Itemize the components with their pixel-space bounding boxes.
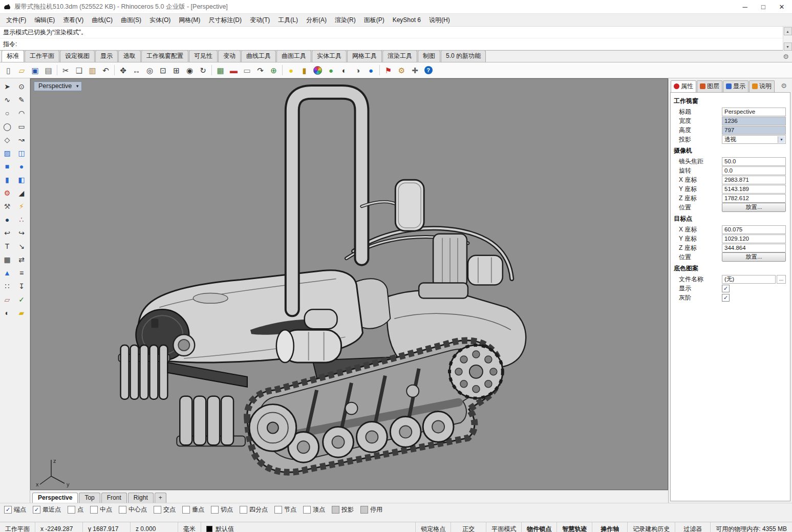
value-field[interactable]: 344.864 [722, 244, 786, 252]
paste-icon[interactable]: ▥ [86, 64, 99, 77]
array-icon[interactable]: ▦ [0, 253, 14, 266]
scale-icon[interactable]: ↘ [14, 240, 29, 253]
chevron-down-icon[interactable]: ▼ [778, 136, 785, 143]
place-button[interactable]: 放置... [722, 252, 786, 262]
freeform-icon[interactable]: ↝ [14, 133, 29, 146]
toolbar-tab[interactable]: 5.0 的新功能 [441, 50, 486, 62]
checkbox[interactable]: ✓ [722, 294, 730, 302]
cylinder-icon[interactable]: ▮ [0, 173, 14, 186]
plane-icon[interactable]: ◫ [14, 146, 29, 160]
toolbar-tab[interactable]: 曲面工具 [276, 50, 311, 62]
menu-item[interactable]: 编辑(E) [30, 14, 59, 26]
viewport-tab-top[interactable]: Top [79, 493, 100, 503]
rendered-view-icon[interactable]: ● [365, 64, 377, 77]
menu-item[interactable]: 面板(P) [360, 14, 389, 26]
new-file-icon[interactable]: ▯ [2, 64, 15, 77]
toolbar-tab[interactable]: 网格工具 [347, 50, 382, 62]
maximize-button[interactable]: □ [754, 1, 773, 13]
panel-gear-icon[interactable]: ⚙ [781, 82, 787, 90]
checkbox[interactable]: ✓ [722, 285, 730, 292]
file-name-value[interactable]: (无) [722, 275, 776, 284]
checkbox[interactable] [119, 506, 126, 514]
toolbar-tab[interactable]: 工作平面 [25, 50, 59, 62]
gear-red-icon[interactable]: ⚙ [0, 186, 14, 200]
close-button[interactable]: ✕ [773, 1, 791, 13]
checkbox[interactable] [360, 506, 368, 514]
eraser-icon[interactable]: ▱ [0, 293, 14, 306]
checkbox[interactable] [211, 506, 219, 514]
gear-icon[interactable]: ⚙ [783, 53, 789, 60]
render-preview-icon[interactable]: ● [325, 64, 337, 77]
checkbox[interactable] [240, 506, 247, 514]
menu-item[interactable]: KeyShot 6 [389, 15, 425, 25]
toolbar-tab[interactable]: 曲线工具 [241, 50, 276, 62]
toolbar-tab[interactable]: 渲染工具 [382, 50, 417, 62]
viewport-title[interactable]: Perspective ▼ [34, 81, 82, 91]
value-field[interactable]: 1029.120 [722, 235, 786, 243]
viewport-tab-right[interactable]: Right [128, 493, 154, 503]
status-toggle[interactable]: 锁定格点 [416, 522, 451, 532]
toolbar-tab[interactable]: 选取 [118, 50, 141, 62]
value-field[interactable]: 0.0 [722, 166, 786, 175]
highlight-icon[interactable]: ▰ [14, 306, 29, 320]
toolbar-tab[interactable]: 可见性 [189, 50, 218, 62]
value-field[interactable]: 5143.189 [722, 185, 786, 194]
grid-table-icon[interactable]: ▦ [214, 64, 227, 77]
boolean-icon[interactable]: ◧ [14, 173, 29, 186]
browse-button[interactable]: ... [777, 275, 786, 284]
open-file-icon[interactable]: ▱ [15, 64, 28, 77]
car-icon[interactable]: ▬ [227, 64, 240, 77]
menu-item[interactable]: 工具(L) [274, 14, 302, 26]
panel-tab[interactable]: 显示 [723, 80, 748, 92]
checkbox[interactable] [68, 506, 75, 514]
osnap-item[interactable]: 点 [68, 505, 83, 514]
command-scrollbar[interactable]: ▲ ▼ [783, 27, 792, 51]
mirror-icon[interactable]: ⇄ [14, 253, 29, 266]
move-icon[interactable]: ↔ [130, 64, 143, 77]
curve-icon[interactable]: ∿ [0, 93, 14, 107]
circle-icon[interactable]: ○ [0, 107, 14, 120]
checkbox[interactable] [90, 506, 98, 514]
value-field[interactable]: 50.0 [722, 157, 786, 166]
checkbox[interactable] [332, 506, 339, 514]
viewport-perspective[interactable]: Perspective ▼ [30, 78, 668, 490]
print-icon[interactable]: ▤ [42, 64, 55, 77]
osnap-item[interactable]: 顶点 [303, 505, 325, 514]
panel-tab[interactable]: 属性 [671, 80, 696, 92]
hammer-icon[interactable]: ⚒ [0, 200, 14, 213]
cplane-button[interactable]: 工作平面 [0, 522, 35, 532]
osnap-item[interactable]: 垂点 [182, 505, 204, 514]
lock-icon[interactable]: ▮ [298, 64, 311, 77]
status-toggle[interactable]: 物件锁点 [522, 522, 557, 532]
checkbox[interactable] [303, 506, 311, 514]
lightning-icon[interactable]: ⚡ [14, 200, 29, 213]
viewport-tab-perspective[interactable]: Perspective [32, 493, 78, 503]
panel-tab[interactable]: 说明 [749, 80, 775, 92]
pin-icon[interactable]: ↧ [14, 280, 29, 293]
toolbar-tab[interactable]: 制图 [418, 50, 440, 62]
hook-left-icon[interactable]: ↩ [0, 226, 14, 240]
menu-item[interactable]: 查看(V) [59, 14, 88, 26]
osnap-item[interactable]: 交点 [154, 505, 176, 514]
menu-item[interactable]: 分析(A) [302, 14, 331, 26]
dots-grid-icon[interactable]: ∷ [0, 280, 14, 293]
menu-item[interactable]: 变动(T) [246, 14, 274, 26]
redo-view-icon[interactable]: ↷ [254, 64, 267, 77]
shaded-view-icon[interactable]: ◐ [338, 64, 351, 77]
menu-item[interactable]: 实体(O) [145, 14, 175, 26]
menu-item[interactable]: 渲染(R) [331, 14, 360, 26]
extrude-icon[interactable]: ▲ [0, 266, 14, 280]
point-icon[interactable]: ⊙ [14, 80, 29, 93]
surface-icon[interactable]: ▨ [0, 146, 14, 160]
toolbar-tab[interactable]: 变动 [218, 50, 241, 62]
save-icon[interactable]: ▣ [29, 64, 41, 77]
toolbar-tab[interactable]: 设定视图 [60, 50, 95, 62]
ink-drop-icon[interactable]: ● [0, 213, 14, 226]
osnap-item[interactable]: 节点 [274, 505, 296, 514]
status-toggle[interactable]: 智慧轨迹 [557, 522, 592, 532]
viewport-tab-front[interactable]: Front [101, 493, 127, 503]
checkbox[interactable] [274, 506, 282, 514]
units-label[interactable]: 毫米 [178, 522, 201, 532]
zoom-window-icon[interactable]: ⊡ [157, 64, 169, 77]
checkbox[interactable]: ✓ [4, 506, 12, 514]
